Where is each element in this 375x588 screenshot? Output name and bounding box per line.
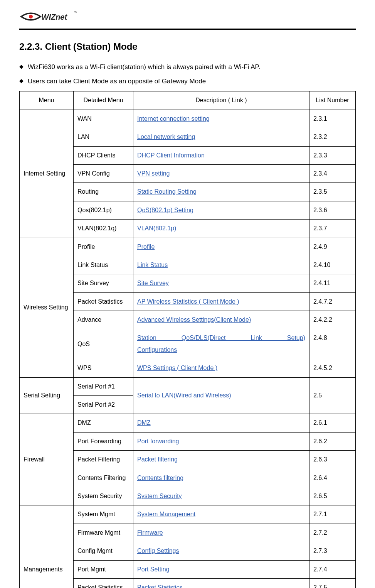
col-detail: Detailed Menu [74, 91, 133, 110]
desc-link[interactable]: Firmware [137, 529, 163, 536]
detail-cell: System Security [74, 487, 133, 505]
menu-cell: Internet Setting [20, 110, 74, 238]
col-list: List Number [309, 91, 356, 110]
desc-cell: Port Setting [133, 560, 309, 578]
desc-link[interactable]: Config Settings [137, 547, 179, 554]
list-cell: 2.4.2.2 [309, 311, 356, 329]
list-cell: 2.3.2 [309, 128, 356, 146]
list-cell: 2.4.8 [309, 329, 356, 359]
svg-text:TM: TM [74, 11, 77, 13]
desc-link[interactable]: Link Status [137, 262, 168, 268]
detail-cell: Routing [74, 183, 133, 201]
detail-cell: DHCP Clients [74, 146, 133, 164]
desc-cell: Serial to LAN(Wired and Wireless) [133, 377, 309, 414]
menu-cell: Firewall [20, 414, 74, 505]
desc-cell: DMZ [133, 414, 309, 432]
list-cell: 2.7.4 [309, 560, 356, 578]
desc-link[interactable]: Station QoS/DLS(Direct Link Setup)Config… [137, 332, 305, 353]
desc-link[interactable]: Site Survey [137, 280, 169, 286]
detail-cell: Serial Port #1 [74, 377, 133, 395]
desc-link[interactable]: System Security [137, 493, 182, 499]
desc-cell: Static Routing Setting [133, 183, 309, 201]
menu-cell: Serial Setting [20, 377, 74, 414]
desc-link[interactable]: Profile [137, 243, 155, 250]
list-cell: 2.3.6 [309, 201, 356, 219]
svg-point-0 [29, 15, 33, 19]
list-cell: 2.7.1 [309, 505, 356, 524]
table-row: FirewallDMZDMZ2.6.1 [20, 414, 356, 432]
list-cell: 2.5 [309, 377, 356, 414]
detail-cell: WPS [74, 359, 133, 377]
top-rule [19, 29, 356, 30]
svg-text:WIZnet: WIZnet [42, 13, 68, 21]
detail-cell: Contents Filtering [74, 469, 133, 487]
logo: WIZnet TM [19, 8, 356, 25]
desc-link[interactable]: VPN setting [137, 170, 170, 177]
desc-cell: AP Wireless Statistics ( Client Mode ) [133, 292, 309, 311]
bullet-item: WizFi630 works as a Wi-Fi client(station… [19, 62, 356, 72]
desc-cell: Packet Statistics [133, 578, 309, 588]
detail-cell: QoS [74, 329, 133, 359]
desc-cell: Advanced Wireless Settings(Client Mode) [133, 311, 309, 329]
col-desc: Description ( Link ) [133, 91, 309, 110]
desc-link[interactable]: Internet connection setting [137, 115, 210, 122]
desc-link[interactable]: DHCP Client Information [137, 152, 205, 159]
desc-link[interactable]: Static Routing Setting [137, 188, 197, 195]
menu-cell: Managements [20, 505, 74, 588]
desc-cell: Firmware [133, 524, 309, 542]
desc-cell: WPS Settings ( Client Mode ) [133, 359, 309, 377]
detail-cell: System Mgmt [74, 505, 133, 524]
detail-cell: Firmware Mgmt [74, 524, 133, 542]
desc-link[interactable]: Advanced Wireless Settings(Client Mode) [137, 316, 251, 323]
desc-link[interactable]: WPS Settings ( Client Mode ) [137, 365, 217, 371]
desc-link[interactable]: Port Setting [137, 566, 170, 573]
table-row: Wireless SettingProfileProfile2.4.9 [20, 238, 356, 256]
desc-link[interactable]: Packet Statistics [137, 584, 182, 588]
list-cell: 2.6.4 [309, 469, 356, 487]
desc-cell: VLAN(802.1p) [133, 220, 309, 238]
bullet-list: WizFi630 works as a Wi-Fi client(station… [19, 62, 356, 86]
detail-cell: VLAN(802.1q) [74, 220, 133, 238]
desc-link[interactable]: Port forwarding [137, 438, 179, 444]
desc-cell: DHCP Client Information [133, 146, 309, 164]
desc-cell: Profile [133, 238, 309, 256]
list-cell: 2.4.10 [309, 256, 356, 274]
detail-cell: DMZ [74, 414, 133, 432]
table-header-row: Menu Detailed Menu Description ( Link ) … [20, 91, 356, 110]
list-cell: 2.3.5 [309, 183, 356, 201]
list-cell: 2.3.4 [309, 164, 356, 182]
desc-link[interactable]: DMZ [137, 419, 151, 426]
detail-cell: Packet Filtering [74, 451, 133, 469]
desc-link[interactable]: Contents filtering [137, 475, 183, 481]
list-cell: 2.6.5 [309, 487, 356, 505]
detail-cell: Port Mgmt [74, 560, 133, 578]
desc-link[interactable]: AP Wireless Statistics ( Client Mode ) [137, 298, 239, 305]
desc-link[interactable]: Packet filtering [137, 456, 178, 463]
detail-cell: Config Mgmt [74, 542, 133, 560]
desc-cell: System Security [133, 487, 309, 505]
detail-cell: LAN [74, 128, 133, 146]
detail-cell: Qos(802.1p) [74, 201, 133, 219]
detail-cell: WAN [74, 110, 133, 128]
desc-cell: VPN setting [133, 164, 309, 182]
desc-cell: Local network setting [133, 128, 309, 146]
desc-link[interactable]: QoS(802.1p) Setting [137, 207, 193, 213]
desc-cell: Station QoS/DLS(Direct Link Setup)Config… [133, 329, 309, 359]
desc-cell: Port forwarding [133, 432, 309, 450]
desc-cell: QoS(802.1p) Setting [133, 201, 309, 219]
desc-cell: Site Survey [133, 274, 309, 292]
desc-link[interactable]: Serial to LAN(Wired and Wireless) [137, 392, 231, 399]
desc-link[interactable]: VLAN(802.1p) [137, 225, 176, 231]
menu-table: Menu Detailed Menu Description ( Link ) … [19, 91, 356, 588]
table-row: Serial SettingSerial Port #1Serial to LA… [20, 377, 356, 395]
list-cell: 2.3.3 [309, 146, 356, 164]
detail-cell: Link Status [74, 256, 133, 274]
desc-link[interactable]: Local network setting [137, 133, 195, 140]
section-title: 2.2.3. Client (Station) Mode [19, 41, 356, 52]
menu-cell: Wireless Setting [20, 238, 74, 377]
list-cell: 2.3.1 [309, 110, 356, 128]
wiznet-logo-icon: WIZnet TM [19, 8, 77, 25]
col-menu: Menu [20, 91, 74, 110]
desc-cell: Link Status [133, 256, 309, 274]
desc-link[interactable]: System Management [137, 511, 195, 517]
